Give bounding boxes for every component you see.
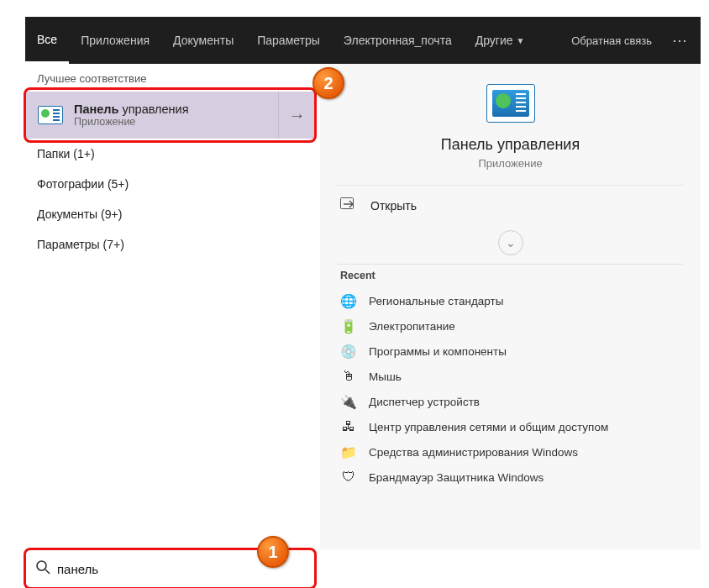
open-action[interactable]: Открыть: [320, 186, 701, 225]
result-title-rest: управления: [118, 102, 188, 116]
recent-item[interactable]: 🔋Электропитание: [320, 313, 701, 339]
recent-item[interactable]: 🖧Центр управления сетями и общим доступо…: [320, 414, 701, 439]
preview-title: Панель управления: [441, 136, 580, 154]
preview-panel: Панель управления Приложение Открыть ⌄ R…: [320, 64, 701, 549]
recent-label: Региональные стандарты: [369, 295, 503, 307]
disc-icon: 💿: [340, 344, 357, 359]
folder-icon: 📁: [340, 444, 357, 459]
search-icon: [35, 559, 50, 579]
tab-all[interactable]: Все: [25, 17, 69, 64]
network-icon: 🖧: [340, 419, 357, 434]
recent-item[interactable]: 📁Средства администрирования Windows: [320, 439, 701, 465]
window-search-frame: Все Приложения Документы Параметры Элект…: [0, 0, 709, 588]
recent-header: Recent: [320, 265, 701, 288]
control-panel-large-icon: [486, 84, 535, 123]
result-subtitle: Приложение: [74, 116, 189, 128]
category-label: Папки (1+): [37, 147, 95, 160]
feedback-link[interactable]: Обратная связь: [563, 34, 660, 47]
tab-label: Электронная_почта: [344, 34, 452, 47]
recent-label: Мышь: [369, 370, 402, 383]
category-photos[interactable]: Фотографии (5+): [25, 169, 315, 199]
svg-line-2: [45, 570, 50, 574]
search-box[interactable]: [25, 549, 315, 588]
expand-chevron-button[interactable]: ⌄: [498, 230, 523, 255]
preview-header: Панель управления Приложение: [320, 64, 701, 185]
open-label: Открыть: [370, 199, 417, 213]
recent-list: 🌐Региональные стандарты 🔋Электропитание …: [320, 288, 701, 490]
result-title: Панель управления: [74, 102, 189, 116]
open-icon: [340, 197, 359, 213]
recent-item[interactable]: 🔌Диспетчер устройств: [320, 389, 701, 414]
category-folders[interactable]: Папки (1+): [25, 139, 315, 169]
tab-label: Другие: [475, 34, 513, 47]
recent-label: Диспетчер устройств: [369, 396, 480, 408]
tab-documents[interactable]: Документы: [161, 17, 245, 64]
mouse-icon: 🖱: [340, 369, 357, 384]
recent-label: Брандмауэр Защитника Windows: [369, 471, 544, 484]
control-panel-icon: [37, 102, 64, 129]
recent-label: Центр управления сетями и общим доступом: [369, 421, 608, 433]
recent-item[interactable]: 🖱Мышь: [320, 364, 701, 389]
device-manager-icon: 🔌: [340, 394, 357, 409]
category-label: Документы (9+): [37, 207, 122, 221]
overflow-menu-button[interactable]: ⋯: [660, 31, 701, 50]
filter-tabs-bar: Все Приложения Документы Параметры Элект…: [25, 17, 701, 64]
shield-icon: 🛡: [340, 470, 357, 485]
results-panel: Лучшее соответствие Панель управления Пр…: [25, 64, 315, 549]
recent-label: Средства администрирования Windows: [369, 446, 578, 459]
tab-label: Все: [37, 33, 57, 46]
power-icon: 🔋: [340, 318, 357, 333]
svg-point-1: [37, 561, 46, 570]
result-title-match: Панель: [74, 102, 118, 116]
tab-label: Документы: [173, 34, 234, 47]
tab-apps[interactable]: Приложения: [69, 17, 161, 64]
tab-label: Параметры: [257, 34, 320, 47]
expand-arrow-icon[interactable]: →: [278, 92, 315, 139]
tab-label: Приложения: [81, 34, 150, 47]
category-documents[interactable]: Документы (9+): [25, 199, 315, 229]
category-settings[interactable]: Параметры (7+): [25, 229, 315, 260]
result-text: Панель управления Приложение: [74, 102, 189, 128]
tab-email[interactable]: Электронная_почта: [332, 17, 464, 64]
category-label: Параметры (7+): [37, 238, 124, 251]
recent-item[interactable]: 💿Программы и компоненты: [320, 339, 701, 364]
best-match-header: Лучшее соответствие: [25, 64, 315, 92]
search-input[interactable]: [57, 562, 305, 576]
tab-more[interactable]: Другие▼: [464, 17, 537, 64]
best-match-result[interactable]: Панель управления Приложение →: [25, 92, 315, 139]
recent-item[interactable]: 🌐Региональные стандарты: [320, 288, 701, 313]
tab-settings[interactable]: Параметры: [245, 17, 332, 64]
chevron-down-icon: ▼: [517, 36, 525, 45]
preview-subtitle: Приложение: [478, 157, 542, 170]
recent-item[interactable]: 🛡Брандмауэр Защитника Windows: [320, 465, 701, 490]
feedback-label: Обратная связь: [571, 34, 652, 47]
globe-icon: 🌐: [340, 293, 357, 308]
recent-label: Программы и компоненты: [369, 345, 507, 358]
recent-label: Электропитание: [369, 320, 455, 333]
category-label: Фотографии (5+): [37, 177, 129, 191]
